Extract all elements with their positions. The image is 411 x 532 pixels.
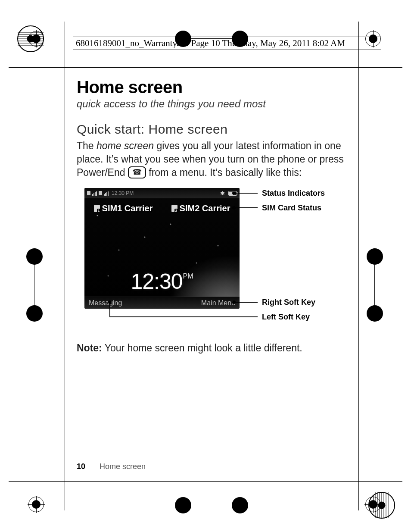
- callout-line: [109, 302, 110, 317]
- right-soft-key[interactable]: Main Menu: [201, 299, 235, 307]
- sim-card-icon: [94, 205, 100, 212]
- callout-line: [234, 302, 258, 303]
- sim2-status: SIM2 Carrier: [171, 203, 230, 213]
- sim-status-row: SIM1 Carrier SIM2 Carrier: [84, 203, 240, 213]
- callout-right-soft-key: Right Soft Key: [262, 298, 315, 307]
- callout-line: [234, 193, 258, 194]
- section-heading: Quick start: Home screen: [77, 122, 351, 137]
- callout-line: [234, 207, 258, 208]
- note-paragraph: Note: Your home screen might look a litt…: [77, 341, 351, 355]
- callout-left-soft-key: Left Soft Key: [262, 313, 310, 322]
- registration-mark: [28, 496, 45, 513]
- bluetooth-icon: ✱: [220, 190, 225, 197]
- callout-line: [109, 316, 258, 317]
- note-label: Note:: [77, 342, 102, 354]
- sim1-status: SIM1 Carrier: [94, 203, 153, 213]
- page-header: 68016189001_no_Warranty.fm Page 10 Thurs…: [73, 37, 381, 50]
- sim1-indicator-icon: [87, 191, 90, 195]
- text: from a menu. It’s basically like this:: [146, 167, 302, 178]
- crop-line-bottom: [9, 481, 402, 482]
- signal-icon: [104, 191, 109, 196]
- clock-time: 12:30: [131, 269, 182, 294]
- crop-bar-mark: [175, 497, 248, 514]
- home-screen-figure: 12:30 PM ✱ SIM1 Carrier SIM2 Carrier 12:…: [84, 188, 351, 330]
- footer-section-label: Home screen: [100, 462, 146, 471]
- sim1-carrier-label: SIM1 Carrier: [102, 203, 153, 213]
- home-clock: 12:30PM: [84, 269, 240, 294]
- sim2-indicator-icon: [99, 191, 102, 195]
- page-content: Home screen quick access to the things y…: [77, 78, 351, 363]
- target-mark: [17, 25, 44, 53]
- callout-sim-card-status: SIM Card Status: [262, 203, 321, 213]
- power-end-key-icon: ☎: [128, 166, 146, 178]
- crop-line-top: [9, 67, 402, 68]
- clock-ampm: PM: [183, 272, 193, 280]
- page-title: Home screen: [77, 78, 351, 97]
- note-text: Your home screen might look a little dif…: [102, 342, 302, 354]
- crop-bar-mark: [26, 248, 43, 322]
- statusbar-time: 12:30 PM: [112, 190, 134, 196]
- signal-icon: [92, 191, 97, 196]
- left-soft-key[interactable]: Messaging: [89, 299, 122, 307]
- text: The: [77, 140, 97, 151]
- page-footer: 10 Home screen: [77, 462, 146, 471]
- page-tagline: quick access to the things you need most: [77, 98, 351, 110]
- text-italic: home screen: [97, 140, 154, 151]
- page-number: 10: [77, 462, 85, 471]
- sim-card-icon: [171, 205, 177, 212]
- target-mark: [368, 491, 395, 519]
- figure-callouts: Status Indicators SIM Card Status Right …: [240, 188, 411, 330]
- sim2-carrier-label: SIM2 Carrier: [180, 203, 230, 213]
- soft-key-bar: Messaging Main Menu: [84, 297, 240, 309]
- callout-status-indicators: Status Indicators: [262, 189, 325, 198]
- device-screenshot: 12:30 PM ✱ SIM1 Carrier SIM2 Carrier 12:…: [84, 188, 240, 309]
- intro-paragraph: The home screen gives you all your lates…: [77, 139, 351, 179]
- status-bar: 12:30 PM ✱: [84, 188, 240, 198]
- crop-line-left: [65, 22, 65, 510]
